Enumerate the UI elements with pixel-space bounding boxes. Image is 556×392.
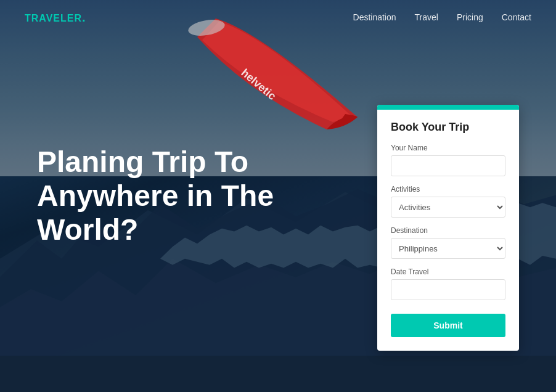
hero-text: Planing Trip To Anywhere in The World? — [37, 145, 333, 247]
booking-form-container: Book Your Trip Your Name Activities Acti… — [377, 105, 519, 351]
name-label: Your Name — [391, 144, 505, 152]
activities-select[interactable]: Activities Adventure Cultural Relaxation… — [391, 197, 505, 218]
activities-label: Activities — [391, 185, 505, 194]
logo-text: TRAVELER — [25, 13, 82, 23]
nav-link-pricing[interactable]: Pricing — [457, 12, 483, 22]
destination-group: Destination Philippines Japan USA France… — [391, 226, 505, 259]
nav-link-destination[interactable]: Destination — [353, 12, 396, 22]
airplane-wing: helvetic — [185, 18, 382, 142]
nav-logo[interactable]: TRAVELER. — [25, 10, 86, 25]
activities-group: Activities Activities Adventure Cultural… — [391, 185, 505, 218]
nav-link-travel[interactable]: Travel — [415, 12, 438, 22]
nav-links: Destination Travel Pricing Contact — [353, 12, 531, 23]
nav-item-contact[interactable]: Contact — [502, 12, 531, 23]
destination-label: Destination — [391, 226, 505, 235]
form-title: Book Your Trip — [391, 121, 505, 134]
name-input[interactable] — [391, 155, 505, 176]
form-top-bar — [377, 105, 519, 110]
logo-dot: . — [82, 10, 86, 24]
date-input[interactable] — [391, 279, 505, 300]
navbar: TRAVELER. Destination Travel Pricing Con… — [0, 0, 556, 35]
form-inner: Book Your Trip Your Name Activities Acti… — [377, 110, 519, 351]
nav-item-destination[interactable]: Destination — [353, 12, 396, 23]
name-group: Your Name — [391, 144, 505, 176]
nav-link-contact[interactable]: Contact — [502, 12, 531, 22]
nav-item-pricing[interactable]: Pricing — [457, 12, 483, 23]
date-group: Date Travel — [391, 267, 505, 300]
nav-item-travel[interactable]: Travel — [415, 12, 438, 23]
destination-select[interactable]: Philippines Japan USA France Australia — [391, 238, 505, 259]
submit-button[interactable]: Submit — [391, 314, 505, 337]
date-label: Date Travel — [391, 267, 505, 276]
hero-headline: Planing Trip To Anywhere in The World? — [37, 145, 333, 247]
